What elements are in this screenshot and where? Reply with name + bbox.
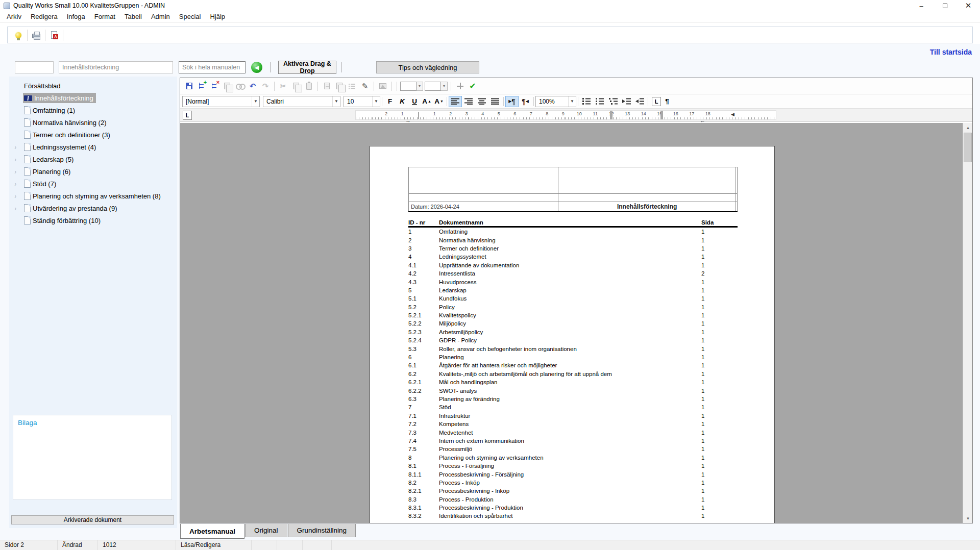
tree-item[interactable]: Termer och definitioner (3) <box>9 129 177 141</box>
grow-font-button[interactable]: A▲ <box>421 96 433 107</box>
menu-item[interactable]: Arkiv <box>2 12 26 21</box>
menu-item[interactable]: Tabell <box>120 12 146 21</box>
show-paragraph-marks-button[interactable]: ¶ <box>661 96 673 107</box>
justify-button[interactable] <box>488 96 502 107</box>
list-icon[interactable] <box>347 81 358 92</box>
increase-indent-button[interactable] <box>620 96 633 107</box>
font-family-select[interactable]: Calibri ▼ <box>263 96 340 107</box>
chevron-expand-icon[interactable] <box>14 192 16 200</box>
chevron-down-icon[interactable]: ▼ <box>372 96 380 107</box>
scroll-up-icon[interactable]: ▲ <box>963 123 972 132</box>
numbered-list-button[interactable] <box>580 96 593 107</box>
delete-chapter-icon[interactable]: × <box>209 81 220 92</box>
break-link-icon[interactable] <box>234 81 246 92</box>
copy-icon[interactable] <box>290 81 302 92</box>
minimize-button[interactable]: – <box>910 0 933 11</box>
font-size-select[interactable]: 10 ▼ <box>344 96 380 107</box>
border-color-swatch[interactable] <box>400 82 416 91</box>
chevron-expand-icon[interactable] <box>14 143 16 151</box>
menu-item[interactable]: Special <box>175 12 206 21</box>
align-right-button[interactable] <box>462 96 475 107</box>
menu-item[interactable]: Redigera <box>26 12 62 21</box>
tab-stop-selector[interactable]: L <box>183 111 192 120</box>
paste-icon[interactable] <box>303 81 314 92</box>
shrink-font-button[interactable]: A▼ <box>433 96 445 107</box>
bullet-list-button[interactable] <box>593 96 606 107</box>
underline-button[interactable]: U <box>408 96 421 107</box>
small-field[interactable] <box>15 61 54 73</box>
tips-guidance-button[interactable]: Tips och vägledning <box>376 61 479 73</box>
horizontal-ruler[interactable]: 21123456789101112131415161718 ◀ <box>355 110 776 120</box>
insert-image-icon[interactable] <box>377 81 388 92</box>
tree-item[interactable]: Planering och styrning av verksamheten (… <box>9 190 177 202</box>
document-tab[interactable]: Original <box>245 524 287 537</box>
decrease-indent-button[interactable] <box>633 96 646 107</box>
table-column-marker[interactable] <box>610 111 612 119</box>
add-chapter-icon[interactable]: + <box>196 81 207 92</box>
undo-icon[interactable] <box>247 81 258 92</box>
italic-button[interactable]: K <box>396 96 408 107</box>
save-icon[interactable] <box>183 81 194 92</box>
redo-icon[interactable] <box>260 81 271 92</box>
chevron-expand-icon[interactable] <box>14 156 16 163</box>
paste-special-icon[interactable] <box>321 81 332 92</box>
maximize-button[interactable] <box>933 0 957 11</box>
chevron-expand-icon[interactable] <box>14 168 16 176</box>
search-input[interactable] <box>179 61 246 73</box>
right-indent-marker[interactable]: ◀ <box>731 112 734 117</box>
scrollbar-thumb[interactable] <box>964 133 972 162</box>
chevron-expand-icon[interactable] <box>14 180 16 188</box>
cut-icon[interactable] <box>278 81 289 92</box>
align-left-button[interactable] <box>449 96 462 107</box>
zoom-select[interactable]: 100% ▼ <box>535 96 576 107</box>
tree-item[interactable]: Ständig förbättring (10) <box>9 214 177 227</box>
menu-item[interactable]: Hjälp <box>205 12 230 21</box>
document-tab[interactable]: Grundinställning <box>288 524 356 537</box>
shading-color-picker[interactable]: ▾ <box>425 82 448 91</box>
document-tab[interactable]: Arbetsmanual <box>180 524 244 539</box>
tree-item[interactable]: Innehållsförteckning <box>9 92 177 104</box>
menu-item[interactable]: Admin <box>146 12 175 21</box>
bold-button[interactable]: F <box>384 96 396 107</box>
ltr-paragraph-button[interactable]: ▶¶ <box>505 96 519 107</box>
format-painter-icon[interactable] <box>334 81 345 92</box>
back-arrow-icon[interactable]: ◀ <box>251 62 262 73</box>
signature-pen-icon[interactable] <box>359 81 371 92</box>
tree-item[interactable]: Stöd (7) <box>9 178 177 190</box>
home-link[interactable]: Till startsida <box>930 48 972 56</box>
align-center-button[interactable] <box>475 96 488 107</box>
menu-item[interactable]: Infoga <box>62 12 90 21</box>
shading-color-swatch[interactable] <box>425 82 441 91</box>
table-column-marker[interactable] <box>660 111 663 119</box>
move-icon[interactable] <box>454 81 465 92</box>
tree-item[interactable]: Försättsblad <box>9 80 177 92</box>
chevron-down-icon[interactable]: ▼ <box>568 96 576 107</box>
tree-item[interactable]: Ledningssystemet (4) <box>9 141 177 153</box>
paragraph-style-select[interactable]: [Normal] ▼ <box>182 96 260 107</box>
border-color-picker[interactable]: ▾ <box>400 82 423 91</box>
tree-item[interactable]: Planering (6) <box>9 165 177 178</box>
tree-item[interactable]: Omfattning (1) <box>9 104 177 116</box>
tab-stop-icon[interactable]: L <box>652 97 661 106</box>
idea-bulb-icon[interactable] <box>12 29 25 42</box>
tree-item[interactable]: Utvärdering av prestanda (9) <box>9 202 177 214</box>
chevron-down-icon[interactable]: ▾ <box>441 82 448 91</box>
rtl-paragraph-button[interactable]: ¶◀ <box>519 96 532 107</box>
tree-item[interactable]: Normativa hänvisning (2) <box>9 116 177 129</box>
scroll-down-icon[interactable]: ▼ <box>963 514 972 523</box>
document-name-field[interactable] <box>59 61 173 73</box>
pdf-export-icon[interactable] <box>47 29 61 42</box>
approve-check-icon[interactable] <box>467 81 478 92</box>
archived-documents-button[interactable]: Arkiverade dokument <box>11 515 174 524</box>
chevron-down-icon[interactable]: ▾ <box>416 82 423 91</box>
close-button[interactable]: ✕ <box>957 0 980 11</box>
menu-item[interactable]: Format <box>90 12 120 21</box>
activate-drag-drop-button[interactable]: Aktivera Drag & Drop <box>278 61 336 74</box>
chevron-down-icon[interactable]: ▼ <box>332 96 340 107</box>
multilevel-list-button[interactable] <box>606 96 620 107</box>
vertical-scrollbar[interactable]: ▲ ▼ <box>963 123 972 523</box>
tree-item[interactable]: Ledarskap (5) <box>9 153 177 165</box>
print-icon[interactable] <box>30 29 43 42</box>
chevron-expand-icon[interactable] <box>14 205 16 212</box>
copy-structure-icon[interactable] <box>222 81 233 92</box>
